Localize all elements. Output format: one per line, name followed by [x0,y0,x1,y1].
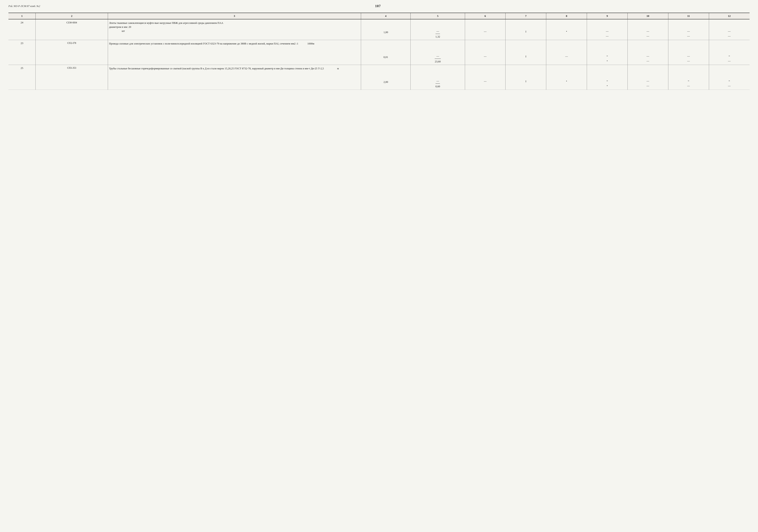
col-header-12: 12 [709,13,749,19]
page-header: Рэй. 903-Р-ЛСМ:87 нзм6. №2 107 [9,4,749,9]
col-header-5: 5 [411,13,465,19]
row-col5: — 1,32 [411,19,465,40]
col-header-7: 7 [505,13,546,19]
col-header-1: 1 [9,13,36,19]
main-table: 1 2 3 4 5 6 7 8 9 10 11 12 24 СI30-I0I4 … [9,13,749,90]
row-col12: = — [709,40,749,65]
row-code: СI30-I0I4 [36,19,108,40]
row-code: СI52-I78 [36,40,108,65]
table-row: 24 СI30-I0I4 Ленты тканевые самоклеющиес… [9,19,749,40]
col-header-4: 4 [361,13,411,19]
row-col5: — 23,60 [411,40,465,65]
row-col10: — — [628,40,668,65]
col-header-11: 11 [668,13,709,19]
row-desc: Ленты тканевые самоклеющиеся муфто-вые н… [108,19,361,40]
col-header-3: 3 [108,13,361,19]
row-col10: — — [628,65,668,90]
row-col4: 0,01 [361,40,411,65]
table-header-row: 1 2 3 4 5 6 7 8 9 10 11 12 [9,13,749,19]
col-header-9: 9 [587,13,628,19]
table-row: 23 СI52-I78 Провода силовые для электрич… [9,40,749,65]
row-col5: — 0,60 [411,65,465,90]
row-num: 25 [9,65,36,90]
col-header-10: 10 [628,13,668,19]
row-col4: 1,00 [361,19,411,40]
row-desc: Трубы стальные бесшовные горячедеформиро… [108,65,361,90]
row-col6: — [465,65,505,90]
col-header-2: 2 [36,13,108,19]
row-num: 23 [9,40,36,65]
row-col6: — [465,40,505,65]
row-col9: = • [587,40,628,65]
row-num: 24 [9,19,36,40]
col-header-6: 6 [465,13,505,19]
table-row: 25 СП3-353 Трубы стальные бесшовные горя… [9,65,749,90]
header-left-text: Рэй. 903-Р-ЛСМ:87 нзм6. №2 [9,5,40,8]
row-col8: • [546,65,587,90]
row-col11: — — [668,40,709,65]
row-col9: — — [587,19,628,40]
row-col10: — — [628,19,668,40]
row-col12: — — [709,19,749,40]
row-col11: — — [668,19,709,40]
row-code: СП3-353 [36,65,108,90]
row-col8: • [546,19,587,40]
row-col11: = — [668,65,709,90]
row-col6: — [465,19,505,40]
row-col7: I [505,19,546,40]
col-header-8: 8 [546,13,587,19]
page-number: 107 [375,4,381,8]
row-col12: = — [709,65,749,90]
row-col4: 2,00 [361,65,411,90]
row-col7: I [505,65,546,90]
row-col9: = • [587,65,628,90]
row-col7: I [505,40,546,65]
row-col8: — [546,40,587,65]
row-desc: Провода силовые для электрических устано… [108,40,361,65]
